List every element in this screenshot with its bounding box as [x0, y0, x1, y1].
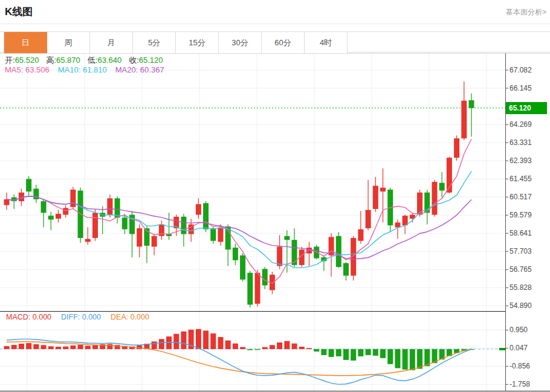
- macd-bar: [351, 349, 356, 361]
- macd-bar: [85, 345, 91, 349]
- candle-body: [63, 208, 68, 214]
- candles-layer: [4, 82, 474, 308]
- axis-labels: 67.08266.14564.26963.33162.39361.45560.5…: [505, 66, 532, 388]
- macd-bar: [4, 346, 10, 349]
- tab-15min[interactable]: 15分: [176, 32, 219, 53]
- candle-body: [284, 236, 290, 240]
- macd-bar: [218, 337, 223, 349]
- candle-body: [85, 239, 91, 242]
- candle-body: [218, 228, 223, 242]
- macd-bar: [56, 347, 61, 349]
- axis-tick-label: 56.765: [510, 265, 532, 274]
- macd-bar: [11, 345, 17, 349]
- macd-histogram: [4, 329, 474, 370]
- diff-line: [7, 339, 471, 384]
- tab-month[interactable]: 月: [90, 32, 133, 53]
- candle-body: [92, 213, 98, 238]
- macd-bar: [233, 344, 238, 349]
- macd-bar: [196, 329, 201, 349]
- macd-bar: [247, 349, 253, 350]
- page-title: K线图: [5, 5, 33, 19]
- candle-body: [395, 222, 400, 227]
- axis-tick-label: 59.579: [510, 211, 532, 219]
- macd-bar: [403, 349, 408, 370]
- axis-tick-label: 64.269: [510, 120, 532, 129]
- macd-value: MACD: 0.000: [6, 313, 51, 321]
- macd-bar: [19, 344, 24, 349]
- open-label: 开:: [5, 56, 15, 65]
- macd-bar: [262, 347, 268, 349]
- macd-bar: [336, 349, 341, 356]
- tab-week[interactable]: 周: [47, 32, 90, 53]
- tab-5min[interactable]: 5分: [133, 32, 176, 53]
- macd-bar: [284, 341, 290, 349]
- axis-tick-label: 67.082: [510, 66, 532, 74]
- macd-bar: [321, 349, 326, 355]
- macd-bar: [417, 349, 422, 369]
- candle-body: [247, 273, 253, 305]
- kline-chart[interactable]: 67.08266.14564.26963.33162.39361.45560.5…: [0, 53, 550, 392]
- macd-bar: [181, 332, 186, 349]
- chart-area: 67.08266.14564.26963.33162.39361.45560.5…: [0, 53, 550, 392]
- axis-tick-label: 63.331: [510, 138, 532, 147]
- close-value: 65.120: [139, 56, 163, 65]
- candle-body: [70, 190, 76, 207]
- axis-tick-label: 58.641: [510, 229, 532, 237]
- ma10-line: [7, 172, 471, 268]
- candle-body: [262, 269, 268, 285]
- candle-body: [432, 182, 437, 214]
- macd-bar: [225, 341, 231, 349]
- candle-body: [277, 246, 282, 266]
- high-value: 65.870: [56, 56, 80, 65]
- ma5-value: MA5: 63.506: [5, 65, 50, 74]
- macd-bar: [210, 333, 216, 349]
- axis-tick-label: 0.950: [510, 326, 528, 334]
- ma20-value: MA20: 60.367: [115, 65, 164, 74]
- candle-body: [343, 263, 349, 276]
- ohlc-readout: 开:65.520高:65.870低:63.640收:65.120: [5, 55, 170, 66]
- tab-4hour[interactable]: 4时: [305, 32, 348, 53]
- axis-tick-label: 66.145: [510, 84, 532, 92]
- candle-body: [48, 216, 54, 219]
- current-price-marker: 65.120: [506, 102, 547, 114]
- interval-tab-bar: 日 周 月 5分 15分 30分 60分 4时: [0, 31, 550, 53]
- low-value: 63.640: [97, 56, 121, 65]
- macd-bar: [48, 346, 54, 349]
- low-label: 低:: [88, 56, 98, 65]
- candle-body: [255, 273, 260, 304]
- tab-day[interactable]: 日: [4, 32, 47, 53]
- axis-tick-label: 62.393: [510, 156, 532, 165]
- candle-body: [373, 186, 378, 209]
- macd-bar: [78, 345, 83, 349]
- ma10-value: MA10: 61.810: [58, 65, 107, 74]
- gridlines: [0, 54, 505, 391]
- dea-line: [7, 342, 471, 376]
- candle-body: [137, 228, 142, 246]
- tab-60min[interactable]: 60分: [262, 32, 305, 53]
- macd-bar: [26, 343, 31, 349]
- candle-body: [152, 236, 157, 247]
- macd-bar: [63, 347, 68, 349]
- tab-30min[interactable]: 30分: [219, 32, 262, 53]
- macd-bar: [366, 349, 371, 355]
- macd-bar: [70, 345, 76, 349]
- macd-bar: [410, 349, 415, 370]
- macd-bar: [33, 344, 39, 349]
- fundamental-analysis-link[interactable]: 基本面分析>: [506, 7, 546, 18]
- candle-body: [203, 203, 209, 229]
- macd-bar: [277, 342, 282, 349]
- macd-bar: [152, 341, 157, 349]
- macd-bar: [240, 347, 245, 349]
- macd-bar: [299, 347, 305, 349]
- candle-body: [196, 204, 201, 215]
- macd-bar: [255, 349, 260, 350]
- candle-body: [336, 236, 341, 267]
- ma20-line: [7, 196, 471, 259]
- candle-body: [56, 214, 61, 219]
- macd-zero-marker: [499, 348, 505, 350]
- candle-body: [380, 188, 386, 191]
- candle-body: [210, 228, 216, 241]
- axis-tick-label: -1.758: [510, 380, 530, 388]
- macd-bar: [203, 330, 209, 349]
- axis-tick-label: 0.047: [510, 344, 528, 352]
